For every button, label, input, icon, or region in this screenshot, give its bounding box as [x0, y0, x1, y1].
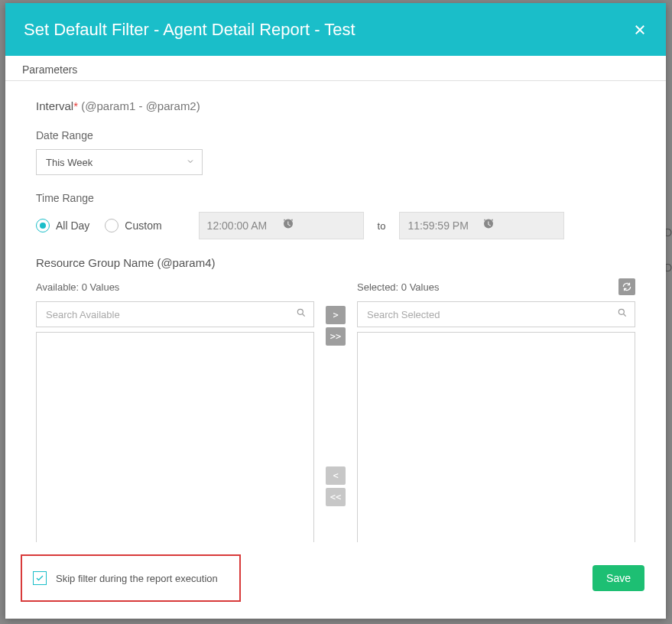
refresh-button[interactable] — [618, 278, 635, 295]
required-asterisk: * — [73, 99, 78, 112]
remove-button[interactable]: < — [326, 466, 346, 485]
skip-filter-highlight: Skip filter during the report execution — [21, 554, 241, 602]
selected-column: Selected: 0 Values — [357, 278, 635, 542]
time-end-value: 11:59:59 PM — [407, 219, 482, 232]
dual-listbox: Available: 0 Values > >> — [36, 278, 635, 542]
selected-header: Selected: 0 Values — [357, 281, 439, 293]
modal-dialog: Set Default Filter - Agent Detail Report… — [5, 3, 666, 619]
available-list[interactable] — [36, 332, 314, 542]
time-range-field: Time Range All Day Custom 12:00:00 A — [36, 192, 635, 239]
available-column: Available: 0 Values — [36, 278, 314, 542]
svg-point-1 — [618, 309, 624, 314]
close-icon — [633, 23, 647, 37]
date-range-select[interactable]: This Week — [36, 149, 203, 175]
modal-title: Set Default Filter - Agent Detail Report… — [24, 20, 355, 40]
resource-group-field: Resource Group Name (@param4) Available:… — [36, 256, 635, 542]
available-header: Available: 0 Values — [36, 281, 119, 293]
close-button[interactable] — [632, 22, 648, 37]
transfer-buttons: > >> < << — [325, 278, 346, 506]
section-tabs: Parameters — [5, 56, 666, 81]
time-start-value: 12:00:00 AM — [207, 219, 281, 232]
modal-footer: Skip filter during the report execution … — [5, 542, 666, 619]
radio-circle-icon — [105, 219, 118, 232]
add-button[interactable]: > — [326, 306, 346, 324]
date-range-label: Date Range — [36, 129, 635, 141]
search-selected-input[interactable] — [357, 301, 635, 327]
time-range-radio-group: All Day Custom — [36, 219, 162, 232]
remove-all-button[interactable]: << — [326, 488, 346, 506]
skip-filter-label: Skip filter during the report execution — [56, 573, 218, 584]
date-range-field: Date Range This Week — [36, 129, 635, 175]
radio-custom[interactable]: Custom — [105, 219, 161, 232]
modal-body[interactable]: Interval* (@param1 - @param2) Date Range… — [5, 81, 666, 542]
add-all-button[interactable]: >> — [326, 327, 346, 346]
radio-custom-label: Custom — [125, 219, 161, 232]
selected-list[interactable] — [357, 332, 635, 542]
clock-icon — [482, 218, 556, 234]
check-icon — [35, 574, 44, 583]
resource-group-label: Resource Group Name (@param4) — [36, 256, 635, 269]
interval-field: Interval* (@param1 - @param2) — [36, 99, 635, 112]
tab-parameters[interactable]: Parameters — [22, 63, 649, 76]
interval-label-text: Interval — [36, 99, 73, 112]
time-start-input: 12:00:00 AM — [199, 212, 364, 239]
svg-point-0 — [297, 309, 303, 314]
refresh-icon — [622, 281, 632, 292]
radio-circle-icon — [36, 219, 50, 232]
interval-hint: (@param1 - @param2) — [81, 99, 200, 112]
to-label: to — [378, 220, 386, 232]
radio-all-day[interactable]: All Day — [36, 219, 89, 232]
date-range-value: This Week — [36, 149, 203, 175]
clock-icon — [281, 218, 355, 234]
search-icon — [296, 307, 307, 321]
skip-filter-checkbox[interactable] — [33, 571, 47, 585]
search-icon — [617, 307, 628, 321]
interval-label: Interval* (@param1 - @param2) — [36, 99, 635, 112]
search-available-input[interactable] — [36, 301, 314, 327]
modal-header: Set Default Filter - Agent Detail Report… — [5, 3, 666, 56]
radio-all-day-label: All Day — [56, 219, 89, 232]
time-end-input: 11:59:59 PM — [399, 212, 564, 239]
save-button[interactable]: Save — [592, 565, 644, 591]
time-range-label: Time Range — [36, 192, 635, 204]
